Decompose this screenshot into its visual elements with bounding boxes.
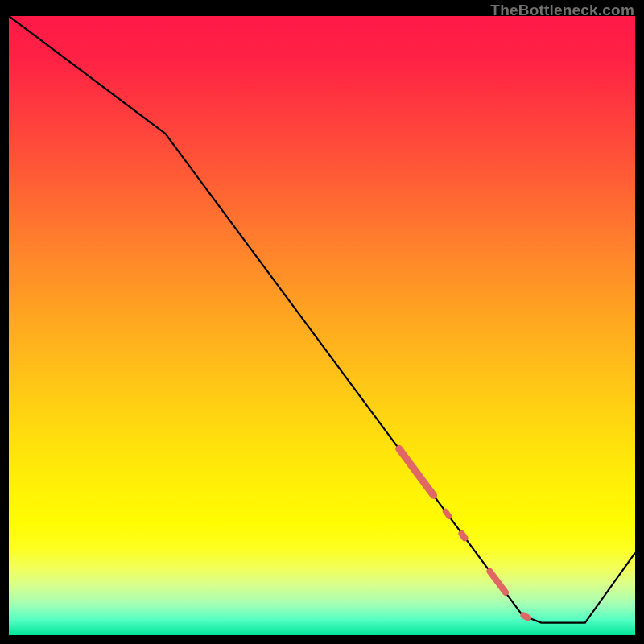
svg-line-1 xyxy=(445,511,449,516)
svg-line-2 xyxy=(462,534,465,538)
svg-line-4 xyxy=(524,615,529,617)
chart-svg xyxy=(9,16,635,635)
chart-background-gradient xyxy=(9,16,635,635)
chart-plot-area xyxy=(9,16,635,635)
